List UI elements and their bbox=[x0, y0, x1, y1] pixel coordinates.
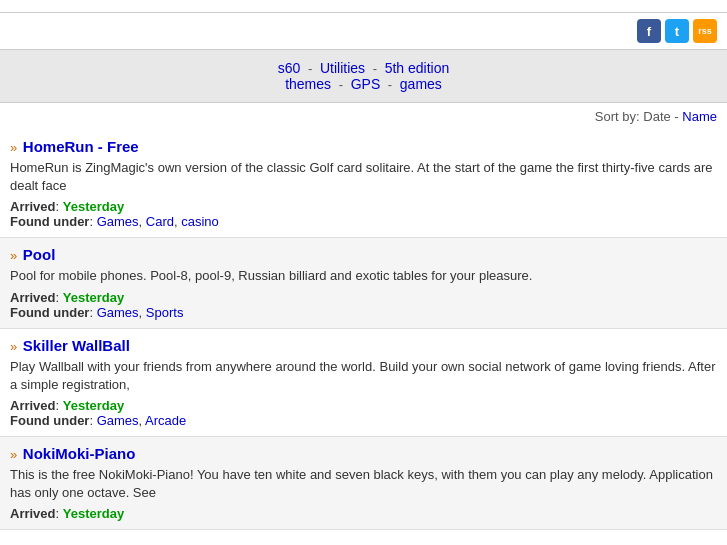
rss-icon[interactable]: rss bbox=[693, 19, 717, 43]
arrived-label: Arrived bbox=[10, 199, 56, 214]
category-row-1: s60 - Utilities - 5th edition bbox=[10, 60, 717, 76]
facebook-icon[interactable]: f bbox=[637, 19, 661, 43]
arrived-value: Yesterday bbox=[63, 290, 124, 305]
app-arrived: Arrived: Yesterday bbox=[10, 398, 717, 413]
category-link[interactable]: Sports bbox=[146, 305, 184, 320]
app-title-link[interactable]: HomeRun - Free bbox=[23, 138, 139, 155]
arrow-icon: » bbox=[10, 447, 21, 462]
sort-date: Date bbox=[643, 109, 670, 124]
arrived-value: Yesterday bbox=[63, 199, 124, 214]
arrow-icon: » bbox=[10, 339, 21, 354]
site-header bbox=[0, 0, 727, 13]
app-item: » NokiMoki-PianoThis is the free NokiMok… bbox=[0, 437, 727, 530]
category-link[interactable]: casino bbox=[181, 214, 219, 229]
app-description: HomeRun is ZingMagic's own version of th… bbox=[10, 159, 717, 195]
category-link[interactable]: Games bbox=[97, 413, 139, 428]
cat-s60[interactable]: s60 bbox=[278, 60, 301, 76]
app-title-link[interactable]: Pool bbox=[23, 246, 56, 263]
app-title-row: » HomeRun - Free bbox=[10, 138, 717, 155]
nav-bar: f t rss bbox=[0, 13, 727, 50]
app-item: » HomeRun - FreeHomeRun is ZingMagic's o… bbox=[0, 130, 727, 238]
app-categories: Found under: Games, Sports bbox=[10, 305, 717, 320]
app-item: » PoolPool for mobile phones. Pool-8, po… bbox=[0, 238, 727, 328]
app-categories: Found under: Games, Arcade bbox=[10, 413, 717, 428]
found-label: Found under bbox=[10, 413, 89, 428]
app-categories: Found under: Games, Card, casino bbox=[10, 214, 717, 229]
app-title-row: » Pool bbox=[10, 246, 717, 263]
sort-bar: Sort by: Date - Name bbox=[0, 103, 727, 130]
category-row-2: themes - GPS - games bbox=[10, 76, 717, 92]
app-description: This is the free NokiMoki-Piano! You hav… bbox=[10, 466, 717, 502]
sort-label: Sort by: bbox=[595, 109, 640, 124]
arrived-label: Arrived bbox=[10, 290, 56, 305]
app-arrived: Arrived: Yesterday bbox=[10, 199, 717, 214]
category-link[interactable]: Games bbox=[97, 214, 139, 229]
cat-games[interactable]: games bbox=[400, 76, 442, 92]
app-title-row: » Skiller WallBall bbox=[10, 337, 717, 354]
twitter-icon[interactable]: t bbox=[665, 19, 689, 43]
social-icons: f t rss bbox=[637, 19, 717, 43]
arrived-label: Arrived bbox=[10, 398, 56, 413]
category-bar: s60 - Utilities - 5th edition themes - G… bbox=[0, 50, 727, 103]
category-link[interactable]: Games bbox=[97, 305, 139, 320]
cat-themes[interactable]: themes bbox=[285, 76, 331, 92]
app-list: » HomeRun - FreeHomeRun is ZingMagic's o… bbox=[0, 130, 727, 530]
app-arrived: Arrived: Yesterday bbox=[10, 506, 717, 521]
app-description: Pool for mobile phones. Pool-8, pool-9, … bbox=[10, 267, 717, 285]
cat-utilities[interactable]: Utilities bbox=[320, 60, 365, 76]
app-title-link[interactable]: Skiller WallBall bbox=[23, 337, 130, 354]
category-link[interactable]: Arcade bbox=[145, 413, 186, 428]
category-link[interactable]: Card bbox=[146, 214, 174, 229]
cat-gps[interactable]: GPS bbox=[351, 76, 381, 92]
arrow-icon: » bbox=[10, 248, 21, 263]
found-label: Found under bbox=[10, 214, 89, 229]
app-description: Play Wallball with your friends from any… bbox=[10, 358, 717, 394]
app-item: » Skiller WallBallPlay Wallball with you… bbox=[0, 329, 727, 437]
cat-5th-edition[interactable]: 5th edition bbox=[385, 60, 450, 76]
app-title-row: » NokiMoki-Piano bbox=[10, 445, 717, 462]
found-label: Found under bbox=[10, 305, 89, 320]
arrived-label: Arrived bbox=[10, 506, 56, 521]
arrived-value: Yesterday bbox=[63, 398, 124, 413]
arrow-icon: » bbox=[10, 140, 21, 155]
sort-name-link[interactable]: Name bbox=[682, 109, 717, 124]
app-title-link[interactable]: NokiMoki-Piano bbox=[23, 445, 136, 462]
app-arrived: Arrived: Yesterday bbox=[10, 290, 717, 305]
arrived-value: Yesterday bbox=[63, 506, 124, 521]
